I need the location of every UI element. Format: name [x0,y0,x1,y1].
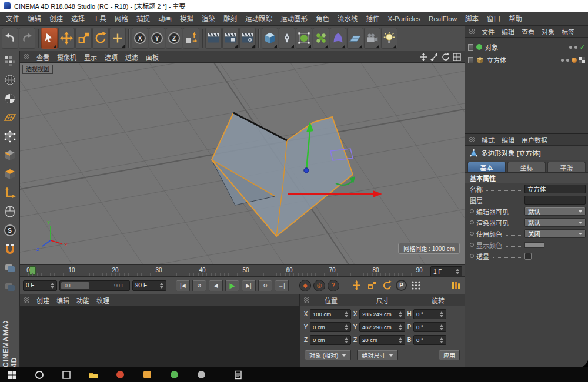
environment-floor-button[interactable] [347,28,363,49]
tab-phong[interactable]: 平滑 [547,162,586,172]
render-visibility-dot-icon[interactable] [566,59,569,62]
keying-selection-button[interactable] [409,280,422,291]
timeline-ruler[interactable]: 0 10 20 30 40 50 60 70 80 90 1 F [20,264,465,277]
taskbar-app-button[interactable] [115,370,125,380]
tab-basic[interactable]: 基本 [467,162,506,172]
deformer-button[interactable] [330,28,346,49]
frame-range-slider[interactable]: 0 F 90 F [59,280,130,291]
spinner[interactable] [440,324,443,330]
subdivision-surface-button[interactable] [296,28,312,49]
menubar-item[interactable]: RealFlow [425,12,461,26]
name-input[interactable]: 立方体 [524,185,586,193]
file-explorer-button[interactable] [88,370,98,380]
menubar-item[interactable]: 运动图形 [276,12,312,26]
keyframe-dot-icon[interactable] [470,209,474,213]
position-x-field[interactable]: 100 cm [310,309,351,319]
object-manager-menu-item[interactable]: 对象 [542,27,554,36]
rotate-view-icon[interactable] [442,53,450,61]
playback-prev-key-button[interactable]: ↺ [192,280,206,291]
object-name[interactable]: 立方体 [487,55,506,65]
menubar-item[interactable]: 窗口 [483,12,505,26]
key-parameter-button[interactable]: P [396,280,407,291]
render-view-button[interactable] [205,28,222,49]
material-menu-item[interactable]: 纹理 [96,296,109,305]
viewport-menu-item[interactable]: 选项 [105,52,118,62]
display-color-swatch[interactable] [524,242,544,248]
gizmo-origin-icon[interactable] [304,168,309,173]
view-label[interactable]: 透视视图 [22,65,53,74]
model-mode-button[interactable] [2,72,18,88]
attribute-menu-item[interactable]: 模式 [482,135,495,145]
menubar-item[interactable]: 插件 [362,12,384,26]
object-name[interactable]: 对象 [485,42,498,52]
spinner[interactable] [399,311,402,317]
spinner[interactable] [440,311,443,317]
live-selection-tool-button[interactable] [41,28,58,49]
editor-visibility-dropdown[interactable]: 默认 [524,207,586,216]
render-visibility-dropdown[interactable]: 默认 [524,218,586,227]
attribute-menu-item[interactable]: 编辑 [502,135,514,145]
render-picture-viewer-button[interactable] [222,28,239,49]
playback-goto-start-button[interactable]: |◀ [176,280,190,291]
scale-tool-button[interactable] [75,28,92,49]
playback-goto-end-button[interactable]: →| [275,280,289,291]
key-scale-button[interactable] [365,280,378,291]
coordinate-system-button[interactable] [183,28,199,49]
object-row[interactable]: 立方体 [465,53,588,66]
viewport-menu-item[interactable]: 过滤 [125,52,138,62]
current-frame-field[interactable]: 1 F [430,266,462,277]
taskbar-app-button[interactable] [142,370,152,380]
edges-mode-button[interactable] [2,148,18,163]
render-settings-button[interactable] [239,28,256,49]
layer-input[interactable] [524,196,586,205]
panel-grip-icon[interactable] [24,297,29,303]
object-manager-menu-item[interactable]: 文件 [482,27,495,36]
taskbar-app-button[interactable] [196,370,206,380]
polygons-mode-button[interactable] [2,166,18,182]
texture-mode-button[interactable] [2,91,18,106]
tab-coordinates[interactable]: 坐标 [507,162,546,172]
panel-grip-icon[interactable] [24,54,29,59]
range-start-field[interactable]: 0 F [23,280,57,291]
spinner[interactable] [345,337,348,343]
zoom-view-icon[interactable] [430,53,439,61]
record-keyframe-button[interactable]: ◆ [299,280,311,291]
menubar-item[interactable]: 模拟 [176,12,198,26]
object-manager-list[interactable]: 对象 ✓ 立方体 [465,38,588,134]
material-menu-item[interactable]: 编辑 [56,296,69,305]
spinner[interactable] [51,283,54,289]
menubar-item[interactable]: 脚本 [461,12,483,26]
position-z-field[interactable]: 0 cm [310,335,351,345]
menubar-item[interactable]: 帮助 [505,12,526,26]
size-z-field[interactable]: 20 cm [359,335,405,345]
editor-visibility-dot-icon[interactable] [569,46,572,49]
polygon-object[interactable] [212,113,353,236]
menubar-item[interactable]: 雕刻 [219,12,241,26]
task-view-button[interactable] [61,370,71,380]
size-y-field[interactable]: 462.296 cm [359,322,405,332]
size-mode-dropdown[interactable]: 绝对尺寸 [357,350,398,360]
keyframe-dot-icon[interactable] [470,220,474,224]
key-position-button[interactable] [350,280,363,291]
attribute-menu-item[interactable]: 用户数据 [522,135,547,145]
viewport-canvas[interactable]: Y X Z 透视视图 网格间距 : 1000 cm [20,63,465,264]
coordinate-mode-dropdown[interactable]: 对象 (相对) [305,350,351,360]
primitive-cube-button[interactable] [262,28,278,49]
frame-spinner[interactable] [456,269,459,274]
panel-grip-icon[interactable] [469,137,475,142]
texture-tag-icon[interactable] [579,57,585,63]
object-row[interactable]: 对象 ✓ [465,41,588,53]
cortana-button[interactable] [34,370,44,380]
material-menu-item[interactable]: 创建 [36,296,49,305]
material-menu-item[interactable]: 功能 [76,296,89,305]
spinner[interactable] [345,311,348,317]
viewport-menu-item[interactable]: 面板 [146,52,159,62]
material-list-area[interactable] [20,306,299,367]
apply-button[interactable]: 应用 [439,350,460,360]
spinner[interactable] [440,337,443,343]
toggle-view-layout-icon[interactable] [453,53,461,61]
playback-next-frame-button[interactable]: ▶| [242,280,256,291]
undo-button[interactable] [2,28,18,49]
position-y-field[interactable]: 0 cm [310,322,351,332]
axis-mode-button[interactable] [2,185,18,200]
